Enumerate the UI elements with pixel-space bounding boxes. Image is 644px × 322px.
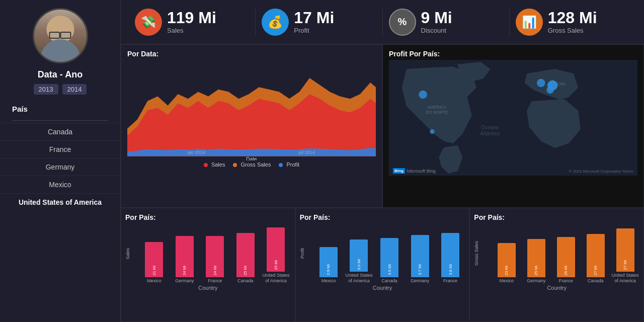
year-filters: 2013 2014 [34,84,87,95]
bar-sales-title: Por País: [125,213,291,221]
gross-label: Gross Sales [548,27,597,34]
svg-text:Atlântico: Atlântico [480,131,500,136]
map-bubble-eu2 [546,86,554,94]
map-credit: Bing Microsoft Bing Microsoft Bing [393,168,436,174]
profit-y-axis-label: Profit [300,223,305,284]
svg-text:jan 2014: jan 2014 [187,150,205,155]
gross-icon: 📊 [516,9,543,36]
sidebar-item-germany[interactable]: Germany [0,158,120,176]
bar-profit-title: Por País: [300,213,465,221]
bar-sales-container: Sales 21 Mi Mexico 24 Mi Germany [125,223,291,284]
legend-profit-dot [279,163,283,167]
sales-icon: 💸 [135,9,162,36]
sales-value: 119 Mi [167,10,216,26]
charts-area: Por Data: jan 2014 jul 2014 Date [121,44,644,322]
sales-y-axis-label: Sales [125,223,130,284]
bar-group-usa-profit: 3.0 Mi United States of America [344,239,374,284]
timeseries-title: Por Data: [127,50,376,58]
map-chart: Profit Por País: Oceano [382,44,644,208]
map-bubble-france [537,79,545,88]
kpi-row: 💸 119 Mi Sales 💰 17 Mi Profit % 9 Mi Dis… [121,0,644,44]
discount-label: Discount [421,27,452,34]
kpi-gross: 📊 128 Mi Gross Sales [510,9,636,36]
bing-logo: Bing [393,168,405,174]
bar-group-germany-sales: 24 Mi Germany [170,236,200,284]
map-container: Oceano Atlântico AMERICA DO NORTE EUROPA… [389,60,637,176]
bar-group-germany-profit: 3.7 Mi Germany [405,235,435,284]
svg-text:jul 2014: jul 2014 [298,150,315,155]
bar-group-canada-gross: 27 Mi Canada [581,234,610,284]
sidebar-title: Data - Ano [38,69,83,80]
map-bubble-usa [419,91,427,99]
bar-france-sales: 24 Mi [206,236,224,277]
legend-profit: Profit [279,162,299,168]
timeseries-legend: Sales Gross Sales Profit [127,162,376,168]
divider [12,120,108,121]
map-svg: Oceano Atlântico AMERICA DO NORTE EUROPA [389,60,637,176]
discount-value: 9 Mi [421,10,452,26]
legend-gross-dot [233,163,237,167]
pais-label: País [0,105,28,113]
sidebar: Data - Ano 2013 2014 País Canada France … [0,0,121,322]
svg-text:Oceano: Oceano [481,125,499,130]
timeseries-svg-container: jan 2014 jul 2014 Date [127,60,376,160]
timeseries-chart: Por Data: jan 2014 jul 2014 Date [121,44,382,208]
legend-gross: Gross Sales [233,162,271,168]
bar-group-france-profit: 3.8 Mi France [436,233,465,284]
bar-group-france-sales: 24 Mi France [200,236,230,284]
bar-group-france-gross: 26 Mi France [551,237,580,284]
map-bubble-canada [430,129,434,134]
sidebar-item-france[interactable]: France [0,140,120,158]
profit-value: 17 Mi [294,10,334,26]
map-copyright: © 2021 Microsoft Corporation Terms [569,169,633,174]
svg-text:AMERICA: AMERICA [427,105,446,110]
bar-group-usa-sales: 25 Mi United States of America [261,227,291,284]
bar-group-mexico-profit: 2.9 Mi Mexico [314,247,344,284]
discount-icon: % [389,9,416,36]
kpi-discount: % 9 Mi Discount [383,9,510,36]
bar-group-germany-gross: 25 Mi Germany [522,239,550,284]
bar-profit-container: Profit 2.9 Mi Mexico 3.0 Mi United State… [300,223,465,284]
svg-text:DO NORTE: DO NORTE [426,110,448,115]
bar-canada-sales: 25 Mi [236,233,255,277]
sidebar-item-canada[interactable]: Canada [0,123,120,140]
bar-usa-sales: 25 Mi [267,227,285,272]
bar-mexico-sales: 21 Mi [145,242,163,277]
bar-chart-sales: Por País: Sales 21 Mi Mexico 24 Mi [121,208,295,322]
year-badge-2014[interactable]: 2014 [62,84,87,95]
bar-gross-title: Por País: [474,213,639,221]
bar-chart-gross: Por País: Gross Sales 23 Mi Mexico 25 Mi [469,208,644,322]
bar-chart-profit: Por País: Profit 2.9 Mi Mexico 3.0 Mi [295,208,470,322]
svg-text:Date: Date [246,156,257,160]
bar-group-mexico-sales: 21 Mi Mexico [139,242,169,284]
legend-sales-dot [204,163,208,167]
main-content: 💸 119 Mi Sales 💰 17 Mi Profit % 9 Mi Dis… [121,0,644,322]
sidebar-item-usa[interactable]: United States of America [0,193,120,211]
bar-group-mexico-gross: 23 Mi Mexico [492,243,521,284]
timeseries-svg: jan 2014 jul 2014 Date [127,60,376,160]
bar-charts-row: Por País: Sales 21 Mi Mexico 24 Mi [121,208,644,322]
legend-sales: Sales [204,162,225,168]
kpi-profit: 💰 17 Mi Profit [256,9,382,36]
bar-gross-container: Gross Sales 23 Mi Mexico 25 Mi Germany [474,223,639,284]
bar-group-canada-profit: 3.5 Mi Canada [375,238,405,284]
bar-germany-sales: 24 Mi [176,236,194,277]
bar-group-canada-sales: 25 Mi Canada [231,233,261,284]
map-title: Profit Por País: [389,50,637,58]
sales-x-title: Country [125,285,291,291]
kpi-sales: 💸 119 Mi Sales [129,9,256,36]
year-badge-2013[interactable]: 2013 [34,84,58,95]
sales-label: Sales [167,27,216,34]
bar-group-usa-gross: 27 Mi United States of America [611,228,639,284]
gross-value: 128 Mi [548,10,597,26]
sidebar-item-mexico[interactable]: Mexico [0,176,120,193]
profit-x-title: Country [300,285,465,291]
profit-label: Profit [294,27,334,34]
profit-icon: 💰 [262,9,289,36]
gross-y-axis-label: Gross Sales [474,223,479,284]
gross-x-title: Country [474,285,639,291]
avatar [33,8,88,63]
